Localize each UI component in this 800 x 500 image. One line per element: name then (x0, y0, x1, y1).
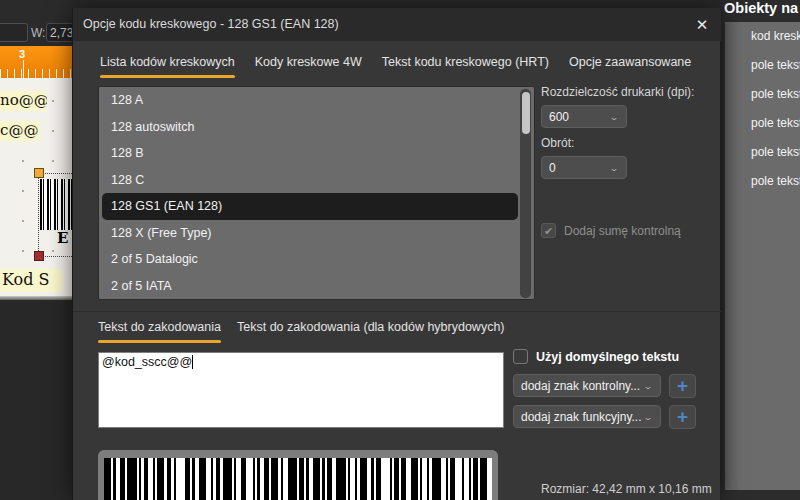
checkbox-unchecked-icon[interactable] (513, 349, 528, 364)
canvas-barcode-object[interactable] (40, 179, 72, 230)
control-char-dropdown[interactable]: dodaj znak kontrolny... ⌄ (513, 374, 661, 397)
printer-resolution-label: Rozdzielczość drukarki (dpi): (541, 85, 694, 99)
barcode-options-dialog: Opcje kodu kreskowego - 128 GS1 (EAN 128… (72, 8, 720, 500)
printer-resolution-dropdown[interactable]: 600 ⌄ (541, 105, 627, 128)
objects-panel: Obiekty na kod kreskopole tekstopole tek… (722, 0, 800, 500)
toolbar-field[interactable] (0, 23, 28, 42)
close-icon[interactable]: ✕ (690, 14, 714, 36)
barcode-type-item[interactable]: 128 C (99, 167, 534, 194)
encode-text-value: @kod_sscc@@ (102, 355, 192, 369)
objects-list-item[interactable]: pole teksto (725, 167, 800, 196)
dialog-titlebar[interactable]: Opcje kodu kreskowego - 128 GS1 (EAN 128… (73, 8, 721, 41)
barcode-preview (104, 458, 492, 500)
printer-resolution-value: 600 (549, 110, 569, 124)
function-char-dropdown[interactable]: dodaj znak funkcyjny... ⌄ (513, 405, 661, 428)
barcode-type-item[interactable]: 128 autoswitch (99, 114, 534, 141)
tab-opcje-zaawansowane[interactable]: Opcje zaawansowane (569, 55, 691, 78)
barcode-hrt-text: E (57, 229, 68, 247)
design-canvas[interactable]: no@@ c@@ E Kod S (0, 78, 72, 300)
list-scrollbar[interactable] (520, 89, 531, 298)
selection-handle-bottom[interactable] (34, 251, 44, 261)
barcode-type-item[interactable]: 2 of 5 Datalogic (99, 246, 534, 273)
canvas-text-placeholder[interactable]: c@@ (0, 121, 40, 141)
barcode-size-text: Rozmiar: 42,42 mm x 10,16 mm (541, 482, 712, 496)
scrollbar-thumb[interactable] (522, 92, 530, 134)
chevron-down-icon: ⌄ (643, 381, 653, 391)
add-control-char-button[interactable]: + (669, 374, 696, 398)
app-background (0, 300, 72, 500)
barcode-type-list[interactable]: 128 A128 autoswitch128 B128 C128 GS1 (EA… (98, 86, 535, 300)
chevron-down-icon: ⌄ (609, 163, 619, 173)
default-text-checkbox-row[interactable]: Użyj domyślnego tekstu (513, 349, 679, 364)
objects-list-item[interactable]: pole teksto (725, 80, 800, 109)
barcode-preview-frame (98, 450, 498, 500)
tab-tekst-do-zakodowania[interactable]: Tekst do zakodowania (98, 320, 221, 343)
tab-tekst-hybrydowy[interactable]: Tekst do zakodowania (dla kodów hybrydow… (237, 320, 505, 343)
section-divider (73, 311, 721, 312)
canvas-text-placeholder[interactable]: no@@ (0, 91, 47, 111)
dialog-title: Opcje kodu kreskowego - 128 GS1 (EAN 128… (83, 17, 339, 31)
control-char-value: dodaj znak kontrolny... (521, 379, 640, 393)
rotation-value: 0 (549, 161, 556, 175)
objects-list-item[interactable]: pole teksto (725, 109, 800, 138)
objects-list-item[interactable]: pole teksto (725, 51, 800, 80)
selection-handle-top[interactable] (34, 168, 44, 178)
app-toolbar: W: 2,73 (0, 0, 72, 46)
checksum-checkbox-row: ✔ Dodaj sumę kontrolną (541, 223, 681, 238)
barcode-type-item[interactable]: 2 of 5 IATA (99, 273, 534, 300)
barcode-type-item[interactable]: 128 B (99, 140, 534, 167)
ruler-number: 3 (19, 48, 25, 60)
horizontal-ruler: 3 (0, 46, 72, 78)
objects-list: kod kreskopole tekstopole tekstopole tek… (725, 22, 800, 490)
width-label: W: (31, 26, 45, 40)
default-text-label: Użyj domyślnego tekstu (536, 350, 679, 364)
function-char-value: dodaj znak funkcyjny... (521, 410, 642, 424)
barcode-type-item[interactable]: 128 X (Free Type) (99, 220, 534, 247)
tab-tekst-hrt[interactable]: Tekst kodu kreskowego (HRT) (382, 55, 549, 78)
objects-panel-title: Obiekty na (724, 0, 798, 16)
tab-kody-4w[interactable]: Kody kreskowe 4W (255, 55, 362, 78)
rotation-dropdown[interactable]: 0 ⌄ (541, 156, 627, 179)
chevron-down-icon: ⌄ (609, 112, 619, 122)
text-caret (192, 355, 193, 369)
barcode-type-item[interactable]: 128 A (99, 87, 534, 114)
tab-lista-kodow[interactable]: Lista kodów kreskowych (100, 55, 235, 78)
dialog-tabs: Lista kodów kreskowych Kody kreskowe 4W … (100, 55, 691, 78)
checksum-label: Dodaj sumę kontrolną (564, 224, 681, 238)
objects-list-item[interactable]: pole teksto (725, 138, 800, 167)
ruler-ticks (0, 69, 72, 78)
chevron-down-icon: ⌄ (643, 412, 653, 422)
add-function-char-button[interactable]: + (669, 405, 696, 429)
canvas-text-placeholder[interactable]: Kod S (0, 269, 63, 292)
barcode-type-item[interactable]: 128 GS1 (EAN 128) (102, 193, 518, 220)
encode-tabs: Tekst do zakodowania Tekst do zakodowani… (98, 320, 505, 343)
objects-list-item[interactable]: kod kresko (725, 22, 800, 51)
rotation-label: Obrót: (541, 136, 574, 150)
checkbox-checked-disabled-icon: ✔ (541, 223, 556, 238)
encode-text-input[interactable]: @kod_sscc@@ (98, 352, 504, 428)
